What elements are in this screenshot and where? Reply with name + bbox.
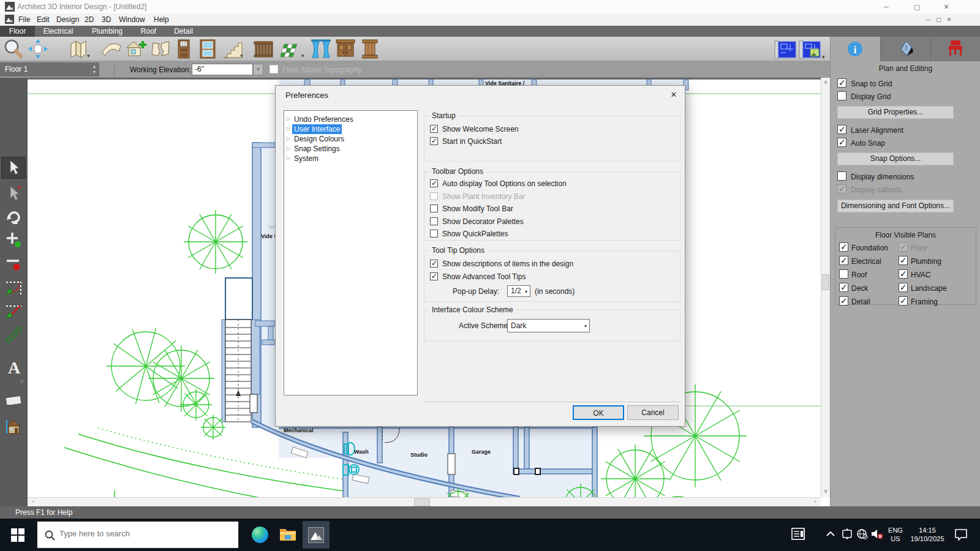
plan-photo-view-icon[interactable] (799, 38, 821, 60)
tab-electrical[interactable]: Electrical (35, 26, 81, 37)
tray-capture-icon[interactable] (841, 528, 853, 539)
menu-window[interactable]: Window (115, 15, 149, 24)
expand-arrow-icon[interactable]: ▷ (287, 134, 290, 144)
tab-furniture[interactable] (931, 37, 980, 61)
text-tool-icon[interactable]: A (6, 358, 23, 377)
text-tool-flyout-arrow[interactable]: ▷ (21, 379, 24, 384)
floor-tile-tool-icon[interactable] (281, 38, 303, 60)
roof-checkbox[interactable] (839, 269, 848, 279)
straight-line-tool-icon[interactable] (6, 303, 23, 320)
scroll-right-arrow[interactable]: › (812, 498, 819, 504)
snap-to-grid-checkbox[interactable] (837, 78, 846, 88)
dimensioning-font-options-button[interactable]: Dimensioning and Font Options... (837, 200, 954, 212)
taskbar-edge-icon[interactable] (246, 521, 273, 549)
rotate-tool-icon[interactable] (6, 208, 23, 225)
house-view-tool-icon[interactable] (6, 418, 23, 435)
wall-tool-caret[interactable]: ▾ (87, 53, 90, 59)
floor-tile-tool-caret[interactable]: ▾ (301, 53, 304, 59)
expand-arrow-icon[interactable]: ▷ (287, 114, 290, 124)
menu-design[interactable]: Design (53, 15, 83, 24)
notification-icon[interactable] (954, 528, 969, 541)
tab-roof[interactable]: Roof (133, 26, 164, 37)
plumbing-checkbox[interactable] (899, 256, 908, 265)
laser-alignment-checkbox[interactable] (837, 125, 846, 134)
curtain-tool-icon[interactable] (310, 38, 332, 60)
floor-selector[interactable]: Floor 1 (0, 62, 99, 77)
add-point-tool-icon[interactable] (6, 231, 23, 249)
curved-line-tool-icon[interactable] (6, 279, 23, 296)
close-button[interactable]: ✕ (937, 2, 956, 12)
working-elevation-input[interactable]: -6" (192, 64, 253, 75)
expand-arrow-icon[interactable]: ▷ (287, 124, 290, 134)
auto-display-tool-options-checkbox[interactable] (430, 179, 438, 187)
tree-item-system[interactable]: ▷System (284, 154, 417, 163)
menu-file[interactable]: File (15, 15, 34, 24)
menu-help[interactable]: Help (150, 15, 173, 24)
floor-selector-spinner[interactable]: ▲▼ (91, 64, 98, 75)
tree-item-user-interface[interactable]: ▷User Interface (284, 124, 417, 134)
framing-checkbox[interactable] (899, 296, 908, 305)
mdi-restore-button[interactable]: ▢ (934, 16, 943, 24)
active-scheme-select[interactable]: Dark▾ (507, 319, 590, 332)
door-tool-icon[interactable] (173, 38, 195, 60)
railing-tool-icon[interactable] (252, 38, 274, 60)
zoom-tool-icon[interactable] (2, 38, 24, 60)
taskbar-architect-app-icon[interactable] (303, 521, 330, 549)
mdi-minimize-button[interactable]: ─ (924, 16, 933, 24)
dialog-close-icon[interactable]: ✕ (666, 89, 681, 101)
scroll-left-arrow[interactable]: ‹ (29, 498, 37, 504)
minimize-button[interactable]: ─ (877, 2, 895, 12)
taskbar-file-explorer-icon[interactable] (274, 521, 301, 549)
tab-floor[interactable]: Floor (0, 26, 35, 37)
expand-arrow-icon[interactable]: ▷ (287, 154, 290, 163)
taskbar-search[interactable] (37, 521, 239, 549)
float-above-topography-checkbox[interactable] (270, 65, 278, 73)
menu-3d[interactable]: 3D (98, 15, 115, 24)
plan-view-icon[interactable] (774, 38, 796, 60)
plan-view-caret[interactable]: ▾ (822, 54, 825, 60)
language-indicator[interactable]: ENGUS (885, 526, 906, 543)
landscape-checkbox[interactable] (899, 283, 908, 292)
cancel-button[interactable]: Cancel (627, 405, 679, 420)
show-decorator-palettes-checkbox[interactable] (430, 217, 438, 225)
tree-item-undo-preferences[interactable]: ▷Undo Preferences (284, 114, 417, 124)
show-modify-tool-bar-checkbox[interactable] (430, 204, 438, 212)
show-advanced-tooltips-checkbox[interactable] (430, 272, 438, 280)
start-in-quickstart-checkbox[interactable] (430, 137, 438, 145)
break-wall-tool-icon[interactable] (151, 38, 173, 60)
auto-snap-checkbox[interactable] (837, 138, 846, 147)
walkthrough-tool-icon[interactable] (6, 392, 23, 410)
working-elevation-dropdown[interactable]: ▼ (253, 64, 263, 75)
show-descriptions-checkbox[interactable] (430, 260, 438, 268)
start-button-icon[interactable] (11, 528, 24, 542)
tree-item-snap-settings[interactable]: ▷Snap Settings (284, 144, 417, 154)
tab-detail[interactable]: Detail (164, 26, 203, 37)
tray-no-internet-icon[interactable] (856, 528, 869, 539)
popup-delay-select[interactable]: 1/2▾ (507, 285, 530, 297)
scroll-down-arrow[interactable]: ∨ (821, 488, 830, 494)
tray-chevron-up-icon[interactable] (826, 530, 835, 538)
stairs-tool-caret[interactable]: ▾ (240, 53, 243, 59)
tab-drawing-tools[interactable] (881, 37, 931, 61)
mdi-close-button[interactable]: ✕ (944, 16, 954, 24)
spline-chain-tool-icon[interactable] (6, 327, 23, 344)
grid-properties-button[interactable]: Grid Properties... (837, 106, 954, 119)
ok-button[interactable]: OK (573, 405, 624, 420)
clock[interactable]: 14:1519/10/2025 (905, 526, 949, 543)
snap-options-button[interactable]: Snap Options... (837, 152, 954, 165)
select-tool-icon[interactable] (6, 159, 23, 176)
window-tool-icon[interactable] (197, 38, 219, 60)
scroll-up-arrow[interactable]: ∧ (821, 79, 830, 85)
pan-tool-icon[interactable] (27, 38, 49, 60)
electrical-checkbox[interactable] (839, 256, 848, 265)
maximize-button[interactable]: ▢ (908, 2, 926, 12)
select-similar-tool-icon[interactable]: # (6, 184, 23, 201)
canvas-horizontal-scrollbar[interactable]: ‹ › (28, 497, 821, 507)
vertical-scroll-thumb[interactable] (822, 274, 829, 290)
expand-arrow-icon[interactable]: ▷ (287, 144, 290, 154)
add-room-tool-icon[interactable] (125, 38, 147, 60)
delete-point-tool-icon[interactable] (6, 255, 23, 272)
hvac-checkbox[interactable] (899, 269, 908, 279)
display-grid-checkbox[interactable] (837, 91, 846, 100)
foundation-checkbox[interactable] (839, 242, 848, 252)
